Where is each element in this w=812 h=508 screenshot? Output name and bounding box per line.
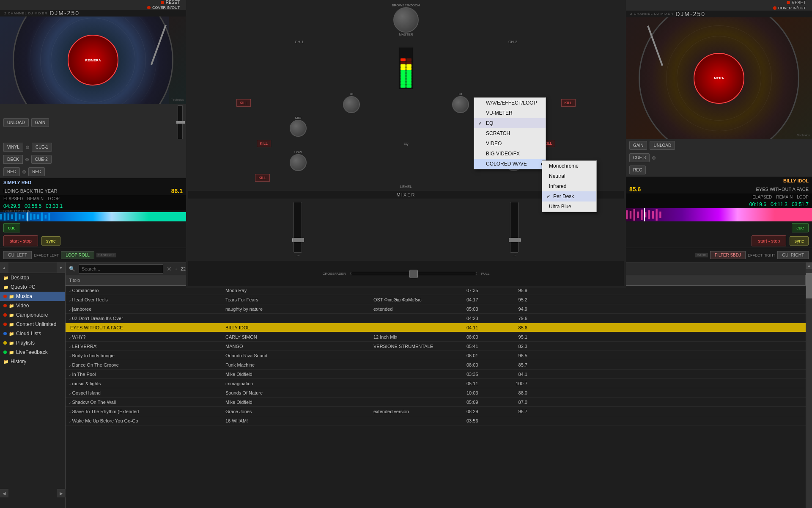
sidebar-item-livefeedback[interactable]: 📁 LiveFeedback [0, 348, 65, 357]
right-gain-btn[interactable]: GAIN [629, 141, 647, 150]
table-row[interactable]: ♪Body to body boogie Orlando Riva Sound … [66, 351, 806, 360]
sidebar-item-content-unlimited[interactable]: 📁 Content Unlimited [0, 320, 65, 329]
left-vinyl-btn[interactable]: VINYL [3, 143, 23, 152]
nav-up-btn[interactable]: ▲ [0, 262, 8, 273]
right-cue1-btn[interactable]: CUE-3 [629, 153, 650, 162]
sidebar-item-campionatore[interactable]: 📁 Campionatore [0, 310, 65, 320]
left-start-stop[interactable]: start - stop [3, 235, 38, 246]
sidebar-item-desktop[interactable]: 📁 Desktop [0, 273, 65, 282]
submenu-infrared[interactable]: Infrared [542, 181, 596, 191]
track-title-6: ♪LEI VERRA' [66, 343, 222, 350]
right-kill-hi[interactable]: KILL [561, 99, 576, 107]
table-row[interactable]: ♪jamboree naughty by nature extended 05:… [66, 304, 806, 314]
table-row[interactable]: ♪Head Over Heels Tears For Fears OST Фюэ… [66, 295, 806, 304]
left-kill-hi[interactable]: KILL [236, 99, 251, 107]
browser-zoom-label: BROWSER/ZOOM [392, 3, 420, 7]
right-start-stop[interactable]: start - stop [752, 235, 786, 246]
left-fader[interactable] [294, 202, 302, 253]
track-title-12: ♪Shadow On The Wall [66, 399, 222, 406]
table-row[interactable]: ♪LEI VERRA' MANGO VERSIONE STRUMENTALE 0… [66, 342, 806, 351]
right-cue-btn[interactable]: cue [792, 223, 809, 232]
sidebar-label-livefeedback: LiveFeedback [16, 349, 48, 355]
track-artist-12: Mike Oldfield [222, 399, 370, 406]
right-cover-btn[interactable]: COVER IN/OUT [778, 6, 806, 10]
right-filter-btn[interactable]: FILTER SBDJ [710, 251, 746, 259]
left-cue3-btn[interactable]: REC [28, 167, 45, 176]
menu-item-video[interactable]: VIDEO [474, 138, 546, 149]
table-row[interactable]: ♪WHY? CARLY SIMON 12 Inch Mix 08:00 95.1 [66, 332, 806, 342]
menu-item-colored-wave[interactable]: COLORED WAVE [474, 159, 546, 169]
scroll-thumb[interactable] [806, 273, 812, 298]
crossfader-track[interactable] [350, 272, 477, 275]
table-row[interactable]: ♪music & lights immagination 05:11 100.7 [66, 379, 806, 388]
left-kill-eq[interactable]: KILL [257, 140, 272, 147]
left-cue-btn[interactable]: cue [3, 223, 20, 232]
right-reset-btn[interactable]: RESET [792, 0, 806, 5]
menu-item-bigvideo[interactable]: BIG VIDEO/FX [474, 149, 546, 159]
right-gui-btn[interactable]: GUI RIGHT [777, 251, 809, 259]
clear-search-btn[interactable]: ✕ [167, 265, 172, 272]
nav-prev-btn[interactable]: ◀ [0, 489, 8, 497]
track-bpm-4: 85.6 [497, 324, 531, 331]
nav-next-btn[interactable]: ▶ [57, 489, 66, 497]
sidebar-item-questopc[interactable]: 📁 Questo PC [0, 282, 65, 292]
left-mid-knob[interactable] [290, 120, 307, 137]
right-cue2-btn[interactable]: REC [629, 166, 646, 174]
right-turntable-area: MERA Technics [626, 17, 812, 140]
track-remix-8 [370, 364, 463, 366]
sort-icon[interactable]: ↕ [175, 266, 177, 271]
table-row[interactable]: ♪Dance On The Groove Funk Machine 08:00 … [66, 360, 806, 370]
left-gain-btn[interactable]: GAIN [31, 118, 49, 127]
nav-down-btn[interactable]: ▼ [57, 262, 65, 273]
search-icon: 🔍 [69, 266, 75, 272]
sidebar-item-playlists[interactable]: 📁 Playlists [0, 338, 65, 348]
submenu-ultra-blue[interactable]: Ultra Blue [542, 202, 596, 212]
submenu-per-desk[interactable]: ✓ Per Desk [542, 191, 596, 202]
table-row[interactable]: ♪Wake Me Up Before You Go-Go 16 WHAM! 03… [66, 416, 806, 425]
master-knob[interactable] [393, 7, 419, 33]
menu-item-eq[interactable]: ✓ EQ [474, 118, 546, 128]
left-low-knob[interactable] [290, 154, 307, 171]
table-row[interactable]: ♪Shadow On The Wall Mike Oldfield 05:09 … [66, 398, 806, 407]
search-input[interactable] [79, 264, 163, 273]
right-btn-row1: GAIN UNLOAD [626, 139, 812, 152]
track-bpm-13: 96.7 [497, 408, 531, 415]
submenu-monochrome[interactable]: Monochrome [542, 161, 596, 171]
right-waveform[interactable] [626, 208, 812, 221]
table-row[interactable]: ♪02 Don't Dream It's Over 04:23 79.6 [66, 314, 806, 323]
sidebar-item-musica[interactable]: 📁 Musica [0, 292, 65, 301]
submenu-neutral[interactable]: Neutral [542, 171, 596, 181]
left-waveform[interactable] [0, 212, 186, 221]
table-row[interactable]: ♪Gospel Island Sounds Of Nature 10:03 88… [66, 388, 806, 398]
menu-item-vu[interactable]: VU-METER [474, 108, 546, 118]
right-hi-knob[interactable] [452, 96, 469, 113]
left-pitch-slider[interactable] [178, 105, 183, 139]
left-unload-btn[interactable]: UNLOAD [3, 118, 29, 127]
left-cue2-btn[interactable]: CUE-2 [31, 155, 52, 164]
left-gui-btn[interactable]: GUI LEFT [3, 251, 32, 259]
left-cover-btn[interactable]: COVER IN/OUT [152, 6, 180, 10]
left-loop-roll-btn[interactable]: LOOP ROLL [61, 251, 94, 259]
menu-item-scratch[interactable]: SCRATCH [474, 128, 546, 138]
left-deck-btn[interactable]: DECK [3, 155, 23, 164]
left-bpm: 86.1 [171, 188, 183, 194]
left-sync[interactable]: sync [41, 236, 60, 246]
right-sync[interactable]: sync [790, 236, 809, 246]
sidebar-item-cloud[interactable]: 📁 Cloud Lists [0, 329, 65, 338]
scroll-up-btn[interactable]: ▲ [806, 262, 812, 269]
left-hi-knob[interactable] [343, 96, 360, 113]
table-row[interactable]: ♪Slave To The Rhythm (Extended Grace Jon… [66, 407, 806, 416]
menu-item-wave[interactable]: WAVE/EFFECT/LOOP [474, 98, 546, 108]
right-unload-btn[interactable]: UNLOAD [650, 141, 675, 150]
table-row[interactable]: EYES WITHOUT A FACE BILLY IDOL 04:11 85.… [66, 323, 806, 332]
left-cue1-btn[interactable]: CUE-1 [32, 143, 52, 152]
left-bpm-row: ILDING BACK THE YEAR 86.1 [0, 187, 186, 195]
left-kill-low[interactable]: KILL [255, 174, 270, 182]
sidebar-item-video[interactable]: 📁 Video [0, 301, 65, 310]
left-reset-btn[interactable]: RESET [166, 0, 180, 5]
table-row[interactable]: ♪In The Pool Mike Oldfield 03:35 84.1 [66, 370, 806, 379]
right-fader[interactable] [510, 202, 518, 253]
right-loop-time: 03:51.7 [792, 202, 809, 207]
sidebar-item-history[interactable]: 📁 History [0, 357, 65, 366]
left-rec-btn[interactable]: REC [3, 167, 20, 176]
